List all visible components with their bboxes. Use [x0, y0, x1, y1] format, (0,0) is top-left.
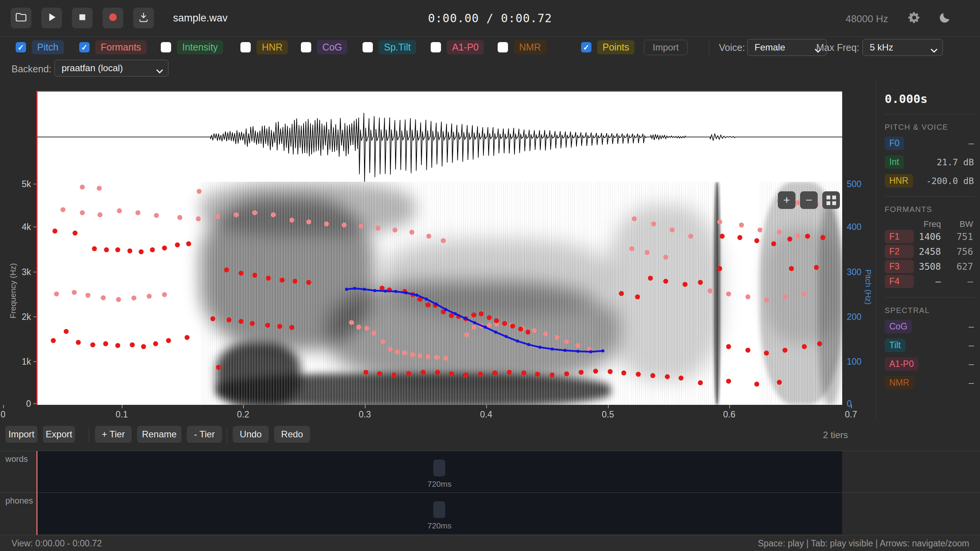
import-button-top[interactable]: Import — [644, 40, 688, 55]
max-freq-label: Max Freq: — [816, 42, 859, 53]
time-tick-label: 0 — [0, 409, 18, 420]
redo-button[interactable]: Redo — [274, 426, 310, 443]
formant-point — [487, 315, 492, 320]
formant-point — [635, 294, 640, 299]
status-bar: View: 0:00.00 - 0:00.72 Space: play | Ta… — [0, 535, 980, 551]
pitch-track-node — [425, 298, 428, 301]
pitch-track-node — [454, 312, 457, 315]
tier-timeline-words[interactable]: 720ms — [36, 451, 842, 492]
formant-point — [817, 341, 822, 346]
cursor-time-readout: 0.000s — [885, 92, 975, 106]
voice-select-value: Female — [755, 42, 785, 53]
formant-point-faint — [739, 223, 744, 228]
formant-point-faint — [80, 185, 85, 190]
checkbox-sp-tilt[interactable] — [363, 42, 373, 52]
pitch-track-node — [415, 293, 418, 297]
spectral-badge: Tilt — [885, 339, 905, 352]
tier-row-words: words720ms — [0, 451, 980, 492]
toggle-label-intensity[interactable]: Intensity — [177, 40, 223, 54]
formant-point — [363, 370, 368, 375]
formant-row-f4: F4–– — [885, 274, 975, 289]
formant-point-faint — [663, 255, 668, 260]
zoom-in-button[interactable]: + — [778, 191, 795, 209]
formants-table-header: Freq BW — [885, 219, 975, 229]
formant-point-faint — [162, 292, 167, 297]
pitch-tick-label: 200 — [847, 312, 861, 322]
formant-point — [406, 371, 411, 376]
checkbox-nmr[interactable] — [498, 42, 508, 52]
tier-cursor[interactable] — [36, 451, 38, 535]
button-group-separator — [227, 427, 227, 443]
settings-button[interactable] — [906, 10, 923, 27]
freq-tick-mark — [33, 184, 36, 184]
tier-row-phones: phones720ms — [0, 493, 980, 534]
formant-point — [472, 313, 477, 318]
toggle-label-formants[interactable]: Formants — [95, 40, 147, 54]
toggle-label-a1-p0[interactable]: A1-P0 — [447, 40, 484, 54]
playback-cursor[interactable] — [36, 92, 38, 405]
theme-toggle-button[interactable] — [936, 10, 953, 27]
formant-point — [162, 246, 167, 251]
frequency-axis-title: Frequency (Hz) — [8, 256, 18, 325]
tier-timeline-phones[interactable]: 720ms — [36, 493, 842, 534]
toggle-label-pitch[interactable]: Pitch — [32, 40, 64, 54]
tier-divider — [0, 492, 980, 493]
moon-icon — [938, 11, 951, 26]
tier-interval-handle[interactable] — [433, 501, 445, 518]
time-tick-label: 0.3 — [350, 409, 380, 420]
undo-button[interactable]: Undo — [233, 426, 269, 443]
checkbox-points[interactable]: ✓ — [581, 42, 591, 52]
spectral-row-cog: CoG– — [885, 320, 975, 334]
waveform-panel[interactable] — [36, 91, 842, 182]
checkbox-cog[interactable] — [301, 42, 311, 52]
freq-tick-label: 1k — [22, 357, 31, 367]
formants-and-pitch-overlay[interactable] — [36, 182, 842, 405]
checkbox-hnr[interactable] — [240, 42, 251, 52]
formant-point — [211, 316, 216, 321]
formant-point-faint — [758, 227, 763, 232]
formant-point-faint — [54, 292, 59, 297]
voice-select[interactable]: Female — [747, 39, 827, 56]
checkbox-intensity[interactable] — [161, 42, 171, 52]
backend-select-value: praatfan (local) — [62, 63, 123, 73]
formant-point — [726, 379, 731, 384]
pitch-track-node — [345, 288, 348, 291]
import-button[interactable]: Import — [5, 426, 38, 443]
zoom-fit-button[interactable] — [822, 191, 840, 209]
formant-point — [141, 344, 146, 349]
formant-point-faint — [464, 332, 469, 337]
checkbox-a1-p0[interactable] — [431, 42, 441, 52]
spectral-value: – — [969, 359, 974, 369]
toggle-label-hnr[interactable]: HNR — [256, 40, 288, 54]
formant-point — [175, 243, 180, 248]
toggle-label-cog[interactable]: CoG — [317, 40, 347, 54]
spectral-section-title: SPECTRAL — [885, 306, 975, 315]
export-button[interactable]: Export — [43, 426, 75, 443]
pitch-track-node — [464, 317, 467, 320]
formant-point — [665, 374, 670, 379]
rename-button[interactable]: Rename — [137, 426, 181, 443]
formant-badge: F2 — [885, 245, 914, 258]
formant-freq: 1406 — [919, 231, 941, 242]
checkbox-formants[interactable]: ✓ — [79, 42, 90, 52]
formant-point — [771, 241, 776, 246]
-tier-button[interactable]: + Tier — [95, 426, 132, 443]
formant-point-faint — [782, 294, 787, 299]
formant-point-faint — [196, 216, 201, 221]
-tier-button[interactable]: - Tier — [187, 426, 222, 443]
toggle-label-points[interactable]: Points — [597, 40, 634, 54]
max-freq-select[interactable]: 5 kHz — [862, 39, 943, 56]
toggle-label-sp-tilt[interactable]: Sp.Tilt — [379, 40, 416, 54]
zoom-out-button[interactable]: − — [800, 191, 818, 209]
time-tick-mark — [486, 405, 487, 408]
formant-point — [787, 236, 792, 241]
toggle-label-nmr[interactable]: NMR — [514, 40, 546, 54]
backend-select[interactable]: praatfan (local) — [54, 60, 168, 77]
tier-interval-handle[interactable] — [433, 460, 445, 476]
checkbox-pitch[interactable]: ✓ — [16, 42, 26, 52]
spectrogram-panel[interactable]: + − — [36, 182, 842, 405]
formant-point — [648, 276, 653, 280]
formant-point — [130, 342, 135, 347]
formant-point — [521, 370, 526, 375]
pitch-track-node — [373, 289, 376, 292]
